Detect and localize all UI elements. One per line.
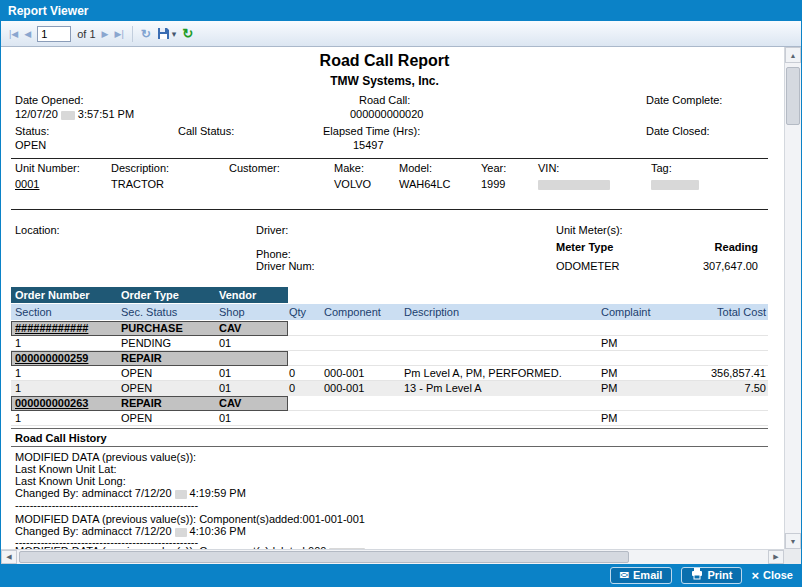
order-group-row: ############ PURCHASE CAV <box>11 321 768 336</box>
unit-number-link[interactable]: 0001 <box>15 178 39 190</box>
horizontal-scroll-thumb[interactable] <box>19 551 629 563</box>
order-type-column: Order Type <box>121 287 179 303</box>
vendor-column: Vendor <box>219 287 256 303</box>
section-cell: 1 <box>15 381 21 396</box>
order-number-link[interactable]: ############ <box>15 321 88 336</box>
reading-header: Reading <box>681 241 758 253</box>
history-line: MODIFIED DATA (previous value(s)): <box>15 451 196 463</box>
page-count-label: of 1 <box>77 28 95 40</box>
shop-cell: 01 <box>219 366 231 381</box>
description-value: TRACTOR <box>111 178 164 190</box>
date-opened-value: 12/07/203:57:51 PM <box>15 108 134 120</box>
section-row: 1 OPEN 01 PM <box>11 411 768 426</box>
history-line: Last Known Unit Long: <box>15 475 126 487</box>
report-title: Road Call Report <box>1 52 768 70</box>
shop-cell: 01 <box>219 336 231 351</box>
report-page: Road Call Report TMW Systems, Inc. Date … <box>1 47 784 564</box>
model-label: Model: <box>399 162 432 174</box>
status-value: OPEN <box>15 139 46 151</box>
reading-value: 307,647.00 <box>651 260 758 272</box>
section-cell: 1 <box>15 336 21 351</box>
next-page-button[interactable]: ▶ <box>102 29 109 39</box>
complaint-cell: PM <box>601 336 618 351</box>
unit-number-label: Unit Number: <box>15 162 80 174</box>
customer-label: Customer: <box>229 162 280 174</box>
history-divider: ----------------------------------------… <box>15 499 198 511</box>
print-button-label: Print <box>707 569 732 581</box>
scrollbar-corner <box>784 549 801 564</box>
order-type: PURCHASE <box>121 321 183 336</box>
order-group-row: 000000000259 REPAIR <box>11 351 768 366</box>
sec-status-column: Sec. Status <box>121 304 177 320</box>
model-value: WAH64LC <box>399 178 451 190</box>
driver-label: Driver: <box>256 224 288 236</box>
order-type: REPAIR <box>121 351 162 366</box>
print-button[interactable]: Print <box>681 567 742 584</box>
email-button[interactable]: ✉ Email <box>610 567 673 584</box>
total-cost-column: Total Cost <box>717 304 766 320</box>
history-title: Road Call History <box>15 432 107 444</box>
order-vendor: CAV <box>219 321 241 336</box>
horizontal-scrollbar[interactable]: ◀ ▶ <box>1 549 784 564</box>
year-value: 1999 <box>481 178 505 190</box>
component-column: Component <box>324 304 381 320</box>
footer-bar: ✉ Email Print × Close <box>1 564 801 586</box>
first-page-button[interactable]: |◀ <box>9 29 18 39</box>
order-number-column: Order Number <box>15 287 90 303</box>
scroll-left-button[interactable]: ◀ <box>1 550 17 564</box>
section-cell: 1 <box>15 366 21 381</box>
complaint-column: Complaint <box>601 304 651 320</box>
status-cell: PENDING <box>121 336 171 351</box>
history-line: MODIFIED DATA (previous value(s)): Compo… <box>15 513 365 525</box>
status-cell: OPEN <box>121 366 152 381</box>
make-label: Make: <box>334 162 364 174</box>
history-line: Last Known Unit Lat: <box>15 463 117 475</box>
scroll-up-button[interactable]: ▲ <box>785 47 801 63</box>
page-number-input[interactable] <box>37 26 71 42</box>
orders-group-header: Order Number Order Type Vendor <box>11 287 768 303</box>
order-type: REPAIR <box>121 396 162 411</box>
scroll-right-button[interactable]: ▶ <box>768 550 784 564</box>
email-button-label: Email <box>633 569 662 581</box>
location-label: Location: <box>15 224 60 236</box>
shop-cell: 01 <box>219 381 231 396</box>
section-column: Section <box>15 304 52 320</box>
complaint-cell: PM <box>601 411 618 426</box>
order-number-link[interactable]: 000000000263 <box>15 396 88 411</box>
qty-cell: 0 <box>289 366 295 381</box>
qty-cell: 0 <box>289 381 295 396</box>
report-company: TMW Systems, Inc. <box>1 74 768 88</box>
separator-line <box>11 158 768 159</box>
scroll-down-button[interactable]: ▼ <box>785 533 801 549</box>
prev-page-button[interactable]: ◀ <box>24 29 31 39</box>
date-closed-label: Date Closed: <box>646 125 710 137</box>
elapsed-time-value: 15497 <box>353 139 384 151</box>
refresh-report-button[interactable]: ↻ <box>182 26 193 41</box>
save-export-button[interactable]: ▾ <box>157 27 177 40</box>
titlebar: Report Viewer <box>1 1 801 21</box>
date-opened-prefix: 12/07/20 <box>15 108 58 120</box>
email-icon: ✉ <box>620 570 629 581</box>
date-opened-suffix: 3:57:51 PM <box>78 108 134 120</box>
last-page-button[interactable]: ▶| <box>114 29 123 39</box>
meter-type-header: Meter Type <box>556 241 613 253</box>
shop-column: Shop <box>219 304 245 320</box>
description-label: Description: <box>111 162 169 174</box>
vertical-scrollbar[interactable]: ▲ ▼ <box>784 47 801 549</box>
refresh-icon[interactable]: ↻ <box>141 27 151 41</box>
make-value: VOLVO <box>334 178 371 190</box>
close-button[interactable]: × Close <box>751 569 793 582</box>
driver-num-label: Driver Num: <box>256 260 315 272</box>
component-cell: 000-001 <box>324 381 364 396</box>
printer-icon <box>691 568 703 582</box>
call-status-label: Call Status: <box>178 125 234 137</box>
shop-cell: 01 <box>219 411 231 426</box>
section-row: 1 OPEN 01 0 000-001 Pm Level A, PM, PERF… <box>11 366 768 381</box>
order-vendor: CAV <box>219 396 241 411</box>
complaint-cell: PM <box>601 381 618 396</box>
meter-type-value: ODOMETER <box>556 260 620 272</box>
separator-line <box>11 209 768 210</box>
close-button-label: Close <box>763 569 793 581</box>
vertical-scroll-thumb[interactable] <box>786 67 800 125</box>
order-number-link[interactable]: 000000000259 <box>15 351 88 366</box>
